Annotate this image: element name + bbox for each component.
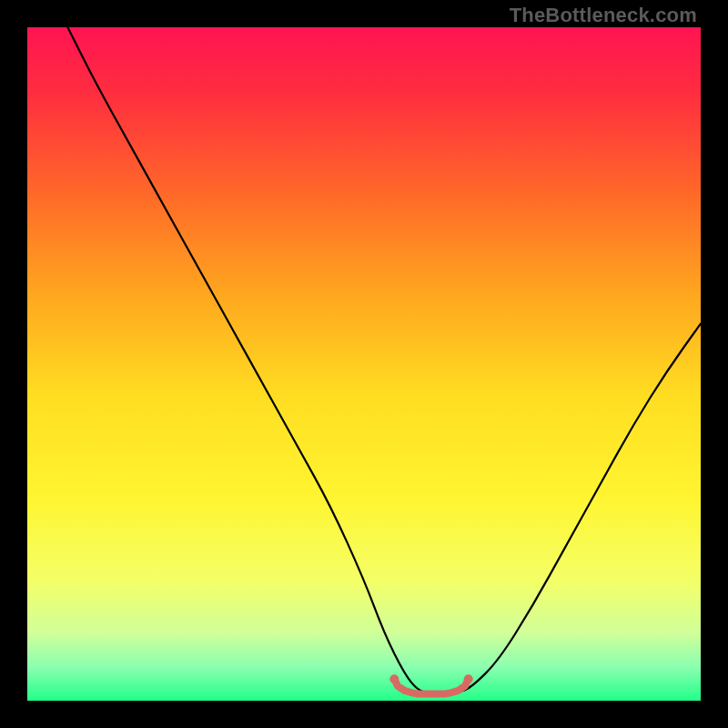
watermark-text: TheBottleneck.com — [510, 4, 697, 27]
chart-frame: TheBottleneck.com — [0, 0, 728, 728]
curve-path — [67, 27, 701, 694]
plot-area — [27, 27, 701, 701]
marker-start-dot — [389, 674, 399, 683]
curve-layer — [27, 27, 701, 701]
optimum-marker-path — [394, 679, 468, 693]
marker-end-dot — [464, 674, 473, 683]
